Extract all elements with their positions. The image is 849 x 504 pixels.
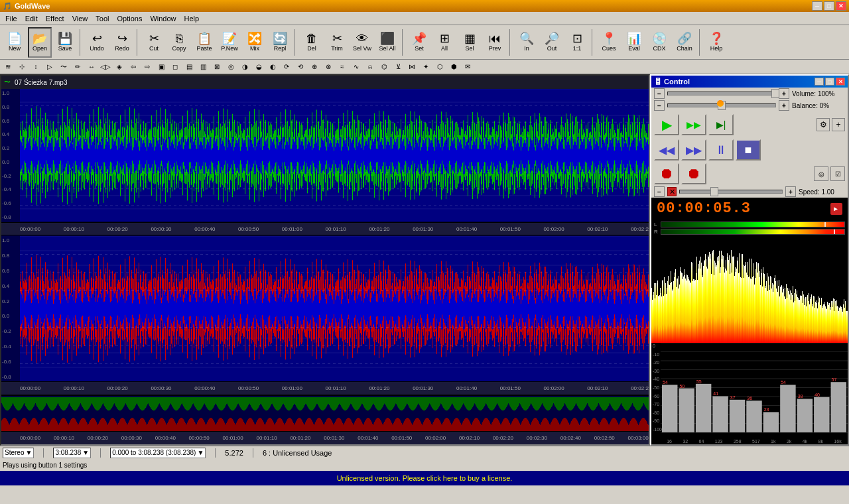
balance-slider[interactable] xyxy=(667,103,776,107)
speed-slider[interactable] xyxy=(679,190,783,194)
play-button[interactable]: ▶ xyxy=(654,114,679,135)
zoom-out-button[interactable]: 🔎 Out xyxy=(540,27,564,58)
set-button[interactable]: 📌 Set xyxy=(407,27,431,58)
cdx-button[interactable]: 💿 CDX xyxy=(647,27,671,58)
tb2-b17[interactable]: ⌬ xyxy=(377,61,391,73)
control-close[interactable]: ✕ xyxy=(836,78,845,86)
settings-button[interactable]: ⚙ xyxy=(816,118,830,131)
control-maximize[interactable]: □ xyxy=(825,78,834,86)
tb2-b11[interactable]: ⟲ xyxy=(294,61,307,73)
copy-button[interactable]: ⎘ Copy xyxy=(167,27,191,58)
volume-thumb[interactable] xyxy=(771,89,779,98)
all-button[interactable]: ⊞ All xyxy=(432,27,456,58)
tb2-b19[interactable]: ⋈ xyxy=(405,61,419,73)
monitor-btn[interactable]: ◎ xyxy=(814,166,828,181)
tb2-b18[interactable]: ⊻ xyxy=(391,61,405,73)
open-button[interactable]: 📂 Open xyxy=(28,27,52,58)
tb2-b16[interactable]: ⍾ xyxy=(363,61,377,73)
balance-plus[interactable]: + xyxy=(779,100,789,111)
tb2-b14[interactable]: ≈ xyxy=(336,61,349,73)
tb2-zoom[interactable]: ≋ xyxy=(1,61,15,73)
time-icon-btn[interactable]: ▶ xyxy=(830,203,842,215)
tb2-b20[interactable]: ✦ xyxy=(419,61,432,73)
tb2-b9[interactable]: ◐ xyxy=(266,61,279,73)
play-end-button[interactable]: ▶| xyxy=(708,114,734,135)
vst-btn[interactable]: ☑ xyxy=(830,166,845,181)
speed-thumb[interactable] xyxy=(710,187,718,196)
tb2-b7[interactable]: ◑ xyxy=(238,61,251,73)
license-bar[interactable]: Unlicensed version. Please click here to… xyxy=(0,471,849,485)
rewind-button[interactable]: ◀◀ xyxy=(654,139,679,160)
minimize-button[interactable]: ─ xyxy=(812,1,822,11)
prev-button[interactable]: ⏮ Prev xyxy=(483,27,507,58)
sel-button[interactable]: ▦ Sel xyxy=(458,27,482,58)
tb2-b3[interactable]: ▤ xyxy=(182,61,196,73)
eval-button[interactable]: 📊 Eval xyxy=(622,27,646,58)
tb2-b15[interactable]: ∿ xyxy=(350,61,363,73)
speed-minus[interactable]: − xyxy=(654,186,665,197)
menu-view[interactable]: View xyxy=(68,13,92,24)
menu-window[interactable]: Window xyxy=(146,13,180,24)
tb2-cursor[interactable]: ↕ xyxy=(29,61,42,73)
tb2-scroll[interactable]: ◁▷ xyxy=(99,61,112,73)
menu-effect[interactable]: Effect xyxy=(42,13,68,24)
tb2-b4[interactable]: ▥ xyxy=(196,61,210,73)
undo-button[interactable]: ↩ Undo xyxy=(85,27,109,58)
tb2-b22[interactable]: ⬢ xyxy=(447,61,460,73)
trim-button[interactable]: ✂ Trim xyxy=(325,27,349,58)
menu-options[interactable]: Options xyxy=(113,13,146,24)
mix-button[interactable]: 🔀 Mix xyxy=(243,27,267,58)
tb2-mark[interactable]: ◈ xyxy=(113,61,126,73)
tb2-b8[interactable]: ◒ xyxy=(252,61,265,73)
tb2-pencil[interactable]: ✏ xyxy=(71,61,84,73)
redo-button[interactable]: ↪ Redo xyxy=(110,27,134,58)
menu-file[interactable]: File xyxy=(1,13,21,24)
volume-slider[interactable] xyxy=(667,92,776,95)
zoom-in-button[interactable]: 🔍 In xyxy=(515,27,539,58)
tb2-stretch[interactable]: ↔ xyxy=(85,61,98,73)
zoom-11-button[interactable]: ⊡ 1:1 xyxy=(565,27,589,58)
channel-dropdown[interactable]: Stereo ▼ xyxy=(3,448,34,458)
menu-edit[interactable]: Edit xyxy=(21,13,42,24)
tb2-wave[interactable]: 〜 xyxy=(57,61,70,73)
pnew-button[interactable]: 📝 P.New xyxy=(218,27,241,58)
speed-stop[interactable]: ✕ xyxy=(667,187,677,196)
speed-plus[interactable]: + xyxy=(785,186,796,197)
tb2-nav2[interactable]: ⇨ xyxy=(141,61,154,73)
overview-strip[interactable] xyxy=(1,395,649,431)
play-loop-button[interactable]: ▶▶ xyxy=(681,114,706,135)
cut-button[interactable]: ✂ Cut xyxy=(142,27,166,58)
menu-tool[interactable]: Tool xyxy=(92,13,113,24)
duration-dropdown[interactable]: 3:08.238 ▼ xyxy=(53,448,91,458)
bottom-waveform[interactable]: 1.00.80.60.40.20.0-0.2-0.4-0.6-0.8 xyxy=(1,235,649,381)
repl-button[interactable]: 🔄 Repl xyxy=(268,27,292,58)
pause-button[interactable]: ⏸ xyxy=(708,139,734,160)
control-minimize[interactable]: ─ xyxy=(815,78,824,86)
record-button[interactable]: ⏺ xyxy=(654,163,679,184)
tb2-select[interactable]: ⊹ xyxy=(15,61,29,73)
save-button[interactable]: 💾 Save xyxy=(53,27,77,58)
stop-button[interactable]: ■ xyxy=(736,139,761,160)
tb2-b5[interactable]: ⊠ xyxy=(210,61,224,73)
new-button[interactable]: 📄 New xyxy=(3,27,27,58)
top-waveform[interactable]: 1.00.80.60.40.20.0-0.2-0.4-0.6-0.8 xyxy=(1,89,649,222)
menu-help[interactable]: Help xyxy=(180,13,204,24)
maximize-button[interactable]: □ xyxy=(824,1,834,11)
tb2-b6[interactable]: ◎ xyxy=(224,61,237,73)
plus-button[interactable]: + xyxy=(832,118,845,131)
volume-minus[interactable]: − xyxy=(654,88,665,99)
del-button[interactable]: 🗑 Del xyxy=(300,27,324,58)
forward-button[interactable]: ▶▶ xyxy=(681,139,706,160)
tb2-b23[interactable]: ✉ xyxy=(461,61,474,73)
tb2-b1[interactable]: ▣ xyxy=(155,61,168,73)
selall-button[interactable]: ⬛ Sel All xyxy=(375,27,399,58)
balance-minus[interactable]: − xyxy=(654,100,665,111)
tb2-b2[interactable]: ◻ xyxy=(168,61,182,73)
balance-thumb[interactable] xyxy=(718,101,726,110)
tb2-nav[interactable]: ⇦ xyxy=(127,61,140,73)
selvw-button[interactable]: 👁 Sel Vw xyxy=(350,27,374,58)
close-button[interactable]: ✕ xyxy=(836,1,846,11)
cues-button[interactable]: 📍 Cues xyxy=(597,27,621,58)
volume-plus[interactable]: + xyxy=(779,88,789,99)
help-button[interactable]: ❓ Help xyxy=(704,27,728,58)
